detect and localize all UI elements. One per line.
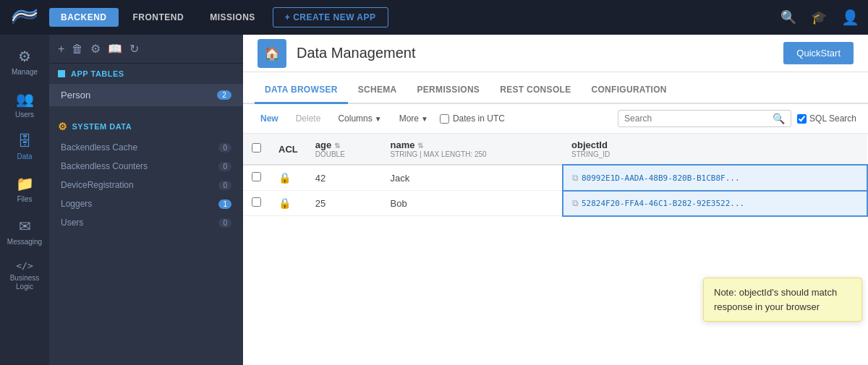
sql-search-toggle[interactable]: SQL Search <box>797 113 856 124</box>
files-icon: 📁 <box>16 175 34 192</box>
right-content: 🏠 Data Management QuickStart DATA BROWSE… <box>243 35 868 365</box>
sidebar-item-manage[interactable]: ⚙ Manage <box>0 40 49 83</box>
system-data-header: ⚙ SYSTEM DATA <box>49 115 243 138</box>
frontend-button[interactable]: FRONTEND <box>122 8 196 27</box>
sys-device-count: 0 <box>218 181 231 190</box>
table-header-row: ACL age ⇅ DOUBLE name ⇅ STRING | MAX LEN… <box>243 134 867 165</box>
sys-cache-label: Backendless Cache <box>61 142 137 153</box>
name-sort-icon[interactable]: ⇅ <box>417 142 423 150</box>
sidebar-item-users[interactable]: 👥 Users <box>0 83 49 126</box>
age-sort-icon[interactable]: ⇅ <box>334 142 340 150</box>
sidebar-messaging-label: Messaging <box>7 238 42 246</box>
sidebar-business-label: Business Logic <box>3 274 46 291</box>
row1-acl-cell: 🔒 <box>270 165 307 191</box>
backend-button[interactable]: BACKEND <box>49 8 119 27</box>
dates-utc-toggle[interactable]: Dates in UTC <box>440 113 505 124</box>
sys-users-label: Users <box>61 218 83 228</box>
sidebar-item-messaging[interactable]: ✉ Messaging <box>0 210 49 253</box>
row1-copy-icon[interactable]: ⧉ <box>572 173 579 183</box>
row2-lock-icon: 🔒 <box>278 197 291 209</box>
sys-cache-count: 0 <box>218 143 231 153</box>
sidebar-manage-label: Manage <box>12 68 38 76</box>
create-new-button[interactable]: CREATE NEW APP <box>273 7 388 27</box>
tab-schema[interactable]: SCHEMA <box>348 77 407 104</box>
tab-rest-console[interactable]: REST CONSOLE <box>490 77 581 104</box>
table-item-person[interactable]: Person 2 <box>49 84 243 106</box>
row2-copy-icon[interactable]: ⧉ <box>572 198 579 208</box>
sys-loggers-label: Loggers <box>61 199 92 209</box>
dates-utc-label: Dates in UTC <box>453 113 505 124</box>
data-icon: 🗄 <box>17 133 32 150</box>
table-count-person: 2 <box>217 90 231 100</box>
search-input[interactable] <box>624 113 770 124</box>
app-tables-header: APP TABLES <box>49 64 243 84</box>
system-gear-icon: ⚙ <box>58 121 68 132</box>
search-icon[interactable]: 🔍 <box>780 9 796 25</box>
row2-acl-cell: 🔒 <box>270 191 307 216</box>
note-text: Note: objectId's should match response i… <box>714 287 837 312</box>
home-icon-button[interactable]: 🏠 <box>258 39 286 68</box>
row2-name-cell: Bob <box>382 191 563 216</box>
delete-record-button[interactable]: Delete <box>290 111 327 126</box>
graduation-icon[interactable]: 🎓 <box>811 9 827 25</box>
row1-name-cell: Jack <box>382 165 563 191</box>
new-record-button[interactable]: New <box>255 111 284 126</box>
tab-configuration[interactable]: CONFIGURATION <box>581 77 676 104</box>
sidebar-icons: ⚙ Manage 👥 Users 🗄 Data 📁 Files ✉ Messag… <box>0 35 49 365</box>
sql-search-checkbox[interactable] <box>797 114 807 124</box>
sys-item-cache[interactable]: Backendless Cache 0 <box>49 138 243 157</box>
add-table-icon[interactable]: + <box>58 43 64 56</box>
row2-checkbox[interactable] <box>252 197 261 207</box>
row1-checkbox-cell[interactable] <box>243 165 270 191</box>
import-table-icon[interactable]: 📖 <box>108 42 122 56</box>
sql-search-label: SQL Search <box>809 113 856 124</box>
sys-item-counters[interactable]: Backendless Counters 0 <box>49 157 243 176</box>
sys-item-device[interactable]: DeviceRegistration 0 <box>49 176 243 194</box>
sys-item-loggers[interactable]: Loggers 1 <box>49 194 243 213</box>
quickstart-button[interactable]: QuickStart <box>783 42 854 64</box>
row2-checkbox-cell[interactable] <box>243 191 270 216</box>
col-acl: ACL <box>270 134 307 165</box>
logo <box>9 4 41 30</box>
main-layout: ⚙ Manage 👥 Users 🗄 Data 📁 Files ✉ Messag… <box>0 35 868 365</box>
sys-counters-label: Backendless Counters <box>61 161 148 171</box>
page-header: 🏠 Data Management QuickStart <box>243 35 868 72</box>
sidebar-item-files[interactable]: 📁 Files <box>0 168 49 210</box>
select-all-checkbox[interactable] <box>252 143 261 153</box>
settings-table-icon[interactable]: ⚙ <box>90 42 101 56</box>
missions-button[interactable]: MISSIONS <box>198 8 267 27</box>
note-popup: Note: objectId's should match response i… <box>703 278 862 322</box>
system-data-label: SYSTEM DATA <box>72 122 132 131</box>
delete-table-icon[interactable]: 🗑 <box>72 43 83 56</box>
table-row: 🔒 25 Bob ⧉52824F20-FFA4-46C1-B282-92E352… <box>243 191 867 216</box>
sidebar-item-business[interactable]: </> Business Logic <box>0 253 49 299</box>
search-box[interactable]: 🔍 <box>618 110 791 127</box>
col-name: name ⇅ STRING | MAX LENGTH: 250 <box>382 134 563 165</box>
table-toolbar: New Delete Columns▼ More▼ Dates in UTC 🔍 <box>243 104 868 134</box>
table-name-person: Person <box>61 90 90 100</box>
refresh-table-icon[interactable]: ↻ <box>129 42 139 56</box>
content-area: New Delete Columns▼ More▼ Dates in UTC 🔍 <box>243 104 868 365</box>
sidebar-data-label: Data <box>17 153 32 160</box>
system-section: ⚙ SYSTEM DATA Backendless Cache 0 Backen… <box>49 115 243 232</box>
messaging-icon: ✉ <box>19 218 31 235</box>
columns-button[interactable]: Columns▼ <box>332 111 387 126</box>
sys-item-users[interactable]: Users 0 <box>49 213 243 232</box>
col-select-all[interactable] <box>243 134 270 165</box>
data-table: ACL age ⇅ DOUBLE name ⇅ STRING | MAX LEN… <box>243 134 868 365</box>
user-profile-icon[interactable]: 👤 <box>841 9 859 26</box>
row2-age-cell: 25 <box>307 191 382 216</box>
page-title: Data Management <box>297 45 783 61</box>
search-submit-icon[interactable]: 🔍 <box>773 113 785 124</box>
row1-checkbox[interactable] <box>252 172 261 181</box>
more-button[interactable]: More▼ <box>393 111 434 126</box>
row1-objectid-cell: ⧉80992E1D-AADA-48B9-820B-B1CB8F... <box>563 165 867 191</box>
sidebar-item-data[interactable]: 🗄 Data <box>0 126 49 168</box>
sys-loggers-count: 1 <box>218 199 231 209</box>
dates-utc-checkbox[interactable] <box>440 114 449 124</box>
tab-permissions[interactable]: PERMISSIONS <box>407 77 490 104</box>
col-objectid: objectId STRING_ID <box>563 134 867 165</box>
tab-data-browser[interactable]: DATA BROWSER <box>255 77 348 104</box>
columns-arrow-icon: ▼ <box>375 115 382 123</box>
row2-objectid-cell: ⧉52824F20-FFA4-46C1-B282-92E3522... <box>563 191 867 216</box>
